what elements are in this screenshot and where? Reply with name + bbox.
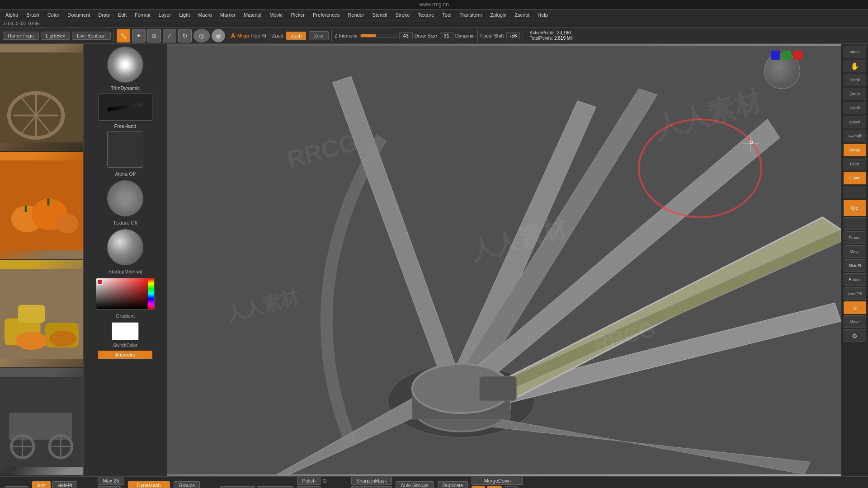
- qrz-button[interactable]: Qrz: [844, 200, 866, 216]
- lightbox-button[interactable]: LightBox: [41, 32, 70, 40]
- color-picker[interactable]: [96, 278, 155, 310]
- zoom-button[interactable]: Zoom: [844, 88, 866, 100]
- focal-shift-value[interactable]: -56: [506, 32, 520, 39]
- menu-layer[interactable]: Layer: [155, 11, 175, 19]
- menu-marker[interactable]: Marker: [217, 11, 239, 19]
- menu-material[interactable]: Material: [240, 11, 265, 19]
- zcut-button[interactable]: Zcut: [309, 31, 328, 40]
- menu-edit[interactable]: Edit: [114, 11, 130, 19]
- menu-document[interactable]: Document: [64, 11, 94, 19]
- frame-button[interactable]: Frame: [844, 231, 866, 244]
- hand-tool-button[interactable]: ✋: [844, 60, 866, 72]
- move2-button[interactable]: Move: [844, 315, 866, 328]
- color-swatch[interactable]: [112, 322, 139, 340]
- smt-button[interactable]: Smt: [32, 481, 51, 488]
- menu-alpha[interactable]: Alpha: [2, 11, 22, 19]
- scroll-button[interactable]: Scroll: [844, 74, 866, 86]
- settings-button[interactable]: ⚙: [844, 329, 866, 342]
- menu-macro[interactable]: Macro: [194, 11, 216, 19]
- material-sphere[interactable]: [107, 229, 143, 265]
- slide-el-button[interactable]: SlideEl: [844, 259, 866, 272]
- close-holes-button[interactable]: Close Holes: [257, 486, 293, 488]
- aahalf-button[interactable]: AAHalf: [844, 130, 866, 142]
- alpha-off-label[interactable]: Alpha Off: [115, 170, 136, 178]
- x-axis-button[interactable]: -X<: [472, 486, 485, 488]
- menu-transform[interactable]: Transform: [456, 11, 486, 19]
- gradient-label[interactable]: Gradient: [116, 312, 135, 319]
- alpha-preview[interactable]: [107, 131, 143, 168]
- zsub-button[interactable]: Zsub: [286, 32, 306, 40]
- line-fill-button[interactable]: Line Fill: [844, 287, 866, 300]
- move-button[interactable]: Move: [844, 245, 866, 258]
- texture-off-label[interactable]: Texture Off: [113, 219, 137, 226]
- edit-tool-button[interactable]: ✏️: [117, 29, 130, 42]
- spix-button[interactable]: SPix 2: [844, 46, 866, 58]
- floor-button[interactable]: Floor: [844, 158, 866, 170]
- menu-preferences[interactable]: Preferences: [309, 11, 343, 19]
- merge-down-button[interactable]: MergeDown: [472, 477, 523, 485]
- lsym-button[interactable]: L.Sym: [844, 172, 866, 184]
- shrink-mask-button[interactable]: ShrinkMask: [351, 486, 392, 488]
- auto-groups-button[interactable]: Auto Groups: [396, 481, 434, 488]
- photo-thumb-hay[interactable]: [0, 260, 83, 368]
- menu-movie[interactable]: Movie: [266, 11, 286, 19]
- activate-tool-button[interactable]: ⊕: [844, 301, 866, 314]
- menu-tool[interactable]: Tool: [439, 11, 455, 19]
- menu-zplugin[interactable]: Zplugin: [486, 11, 510, 19]
- inflate-button[interactable]: Inflate: [297, 486, 321, 488]
- menu-help[interactable]: Help: [534, 11, 552, 19]
- actual-button[interactable]: Actual: [844, 116, 866, 128]
- draw-tool-button[interactable]: ✦: [132, 29, 146, 42]
- freehand-label[interactable]: FreeHand: [114, 123, 137, 129]
- menu-stroke[interactable]: Stroke: [392, 11, 413, 19]
- rgb-button[interactable]: Rgb: [251, 33, 260, 38]
- snap-button[interactable]: ◎: [193, 29, 210, 42]
- menu-zscript[interactable]: Zscript: [511, 11, 533, 19]
- sharpen-mask-button[interactable]: SharpenMask: [351, 477, 392, 485]
- menu-light[interactable]: Light: [175, 11, 193, 19]
- scroll2-button[interactable]: Scroll: [844, 102, 866, 114]
- texture-preview[interactable]: [107, 180, 143, 216]
- photo-thumb-wagon[interactable]: [0, 44, 83, 152]
- move-tool-button[interactable]: ⊕: [147, 29, 161, 42]
- trim-dynamic-label[interactable]: TrimDynamic: [111, 85, 140, 91]
- max-button[interactable]: Max 25: [98, 477, 124, 485]
- brush-preview-sphere[interactable]: [107, 47, 143, 83]
- startup-material-label[interactable]: StartupMaterial: [108, 268, 142, 275]
- home-page-button[interactable]: Home Page: [3, 32, 39, 40]
- rotate-button[interactable]: Rotate: [844, 273, 866, 286]
- dynamic-label[interactable]: Dynamic: [455, 33, 475, 38]
- photo-thumb-cart[interactable]: [0, 368, 83, 476]
- hue-slider[interactable]: [148, 278, 154, 309]
- scale-tool-button[interactable]: ⤢: [163, 29, 176, 42]
- menu-draw[interactable]: Draw: [94, 11, 113, 19]
- z-intensity-bar[interactable]: [360, 34, 396, 38]
- z-axis-button[interactable]: >Z<: [504, 486, 518, 488]
- photo-thumb-pumpkins[interactable]: [0, 152, 83, 260]
- z-intensity-value[interactable]: 43: [399, 32, 413, 39]
- m-button[interactable]: M: [262, 33, 266, 38]
- nav-widget[interactable]: [764, 53, 800, 89]
- y-axis-button[interactable]: >Y<: [487, 486, 501, 488]
- divide-button[interactable]: Divide: [5, 486, 28, 488]
- dynamesh-button[interactable]: DynaMesh: [128, 481, 170, 488]
- stroke-preview[interactable]: [98, 94, 152, 121]
- menu-stencil[interactable]: Stencil: [368, 11, 391, 19]
- duplicate-button[interactable]: Duplicate: [438, 481, 468, 488]
- del-hidden-button[interactable]: Del Hidden: [220, 486, 255, 488]
- draw-size-value[interactable]: 31: [440, 32, 453, 39]
- persp-button[interactable]: Persp: [844, 144, 866, 156]
- groups-button[interactable]: Groups: [174, 481, 200, 488]
- menu-color[interactable]: Color: [44, 11, 63, 19]
- menu-texture[interactable]: Texture: [414, 11, 438, 19]
- sharp-button[interactable]: Sharp: [98, 486, 121, 488]
- menu-brush[interactable]: Brush: [23, 11, 43, 19]
- perspective-button[interactable]: ◉: [212, 29, 225, 42]
- rotate-tool-button[interactable]: ↻: [178, 29, 192, 42]
- polish-button[interactable]: Polish: [297, 477, 321, 485]
- mrgb-button[interactable]: Mrgb: [237, 33, 250, 38]
- menu-render[interactable]: Render: [344, 11, 368, 19]
- canvas-area[interactable]: RRCG 人人素材 RRCG 人人素材 人人素材: [167, 44, 841, 476]
- hide-pt-button[interactable]: HidePt: [52, 481, 77, 488]
- menu-format[interactable]: Format: [131, 11, 154, 19]
